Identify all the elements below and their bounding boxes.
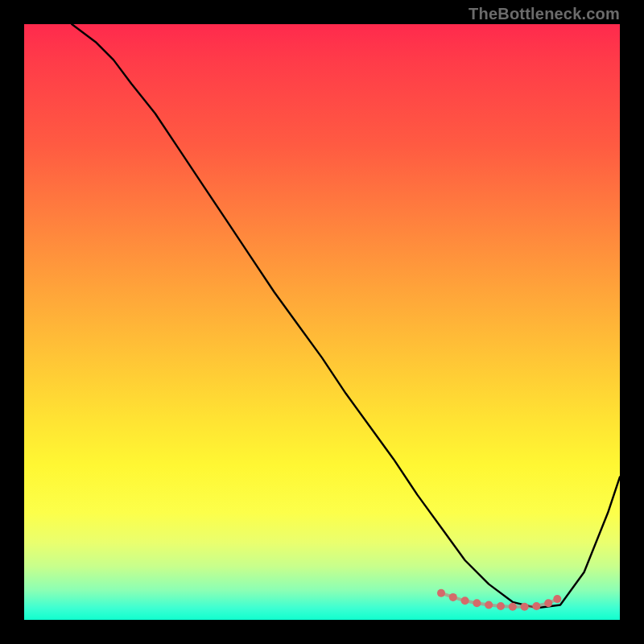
optimal-range-dot <box>553 595 561 603</box>
optimal-range-dot <box>449 593 457 601</box>
watermark-text: TheBottleneck.com <box>469 5 620 23</box>
chart-svg <box>24 24 620 620</box>
optimal-range-dot <box>497 602 505 610</box>
optimal-range-dot <box>473 599 481 607</box>
optimal-range-dot <box>485 601 493 609</box>
optimal-range-dot <box>509 603 517 611</box>
chart-plot-area <box>24 24 620 620</box>
chart-container: TheBottleneck.com <box>0 0 644 644</box>
bottleneck-curve <box>72 24 620 608</box>
optimal-range-dot <box>461 597 469 605</box>
optimal-range-dot <box>532 602 540 610</box>
optimal-range-dot <box>544 599 552 607</box>
optimal-range-dot <box>521 603 529 611</box>
optimal-range-dot <box>437 589 445 597</box>
